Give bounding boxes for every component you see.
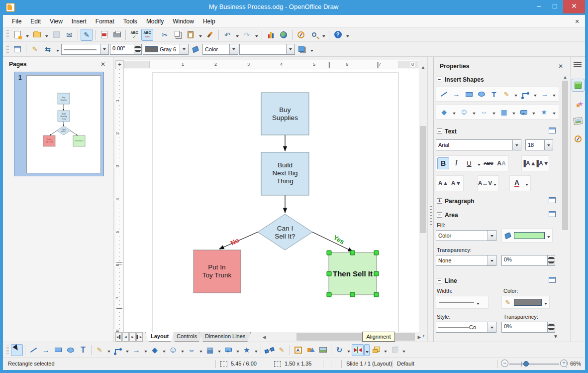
line-color-combo[interactable]: Gray 6	[143, 44, 189, 55]
font-color-button[interactable]: A	[511, 177, 523, 189]
width-down[interactable]	[134, 49, 141, 54]
area-dialog-launcher-icon[interactable]	[549, 211, 556, 217]
slide-status[interactable]: Slide 1 / 1 (Layout)	[346, 361, 392, 367]
lowercase-button[interactable]: A▼	[450, 177, 462, 189]
fill-color-button[interactable]	[503, 230, 513, 242]
menu-file[interactable]: File	[8, 16, 25, 27]
fontwork-button[interactable]: A	[292, 344, 304, 356]
transparency-spinner[interactable]: 0%	[501, 255, 555, 266]
area-fill-type-combo[interactable]: Color	[436, 230, 496, 241]
flowchart-button[interactable]: ▦	[204, 344, 216, 356]
scroll-right-icon[interactable]: ▶	[416, 333, 423, 341]
node-can-i-sell-it[interactable]: Can I Sell It?	[258, 214, 312, 250]
zoom-slider-thumb[interactable]	[523, 361, 529, 367]
block-arrows-dropdown[interactable]	[198, 344, 203, 356]
save-button[interactable]	[50, 29, 62, 41]
stars-button[interactable]: ★	[538, 106, 550, 118]
edge-label-yes[interactable]: Yes	[332, 234, 346, 246]
line-color-dropdown[interactable]	[543, 296, 548, 308]
vscroll-thumb[interactable]	[420, 126, 426, 233]
ellipse-tool-button[interactable]	[65, 344, 77, 356]
block-arrows-button[interactable]: ⇔	[478, 106, 490, 118]
properties-scrollbar[interactable]: ▲	[562, 74, 569, 338]
uppercase-button[interactable]: A▲	[437, 177, 449, 189]
line-width-spinner[interactable]: 0.00"	[110, 44, 142, 55]
vertical-ruler[interactable]: 1 2 3 4 5 6 7 8	[115, 69, 124, 332]
page-thumbnail[interactable]: 1 Buy Supplies Build Next Big	[14, 72, 104, 176]
symbol-shapes-dropdown[interactable]	[180, 344, 185, 356]
callouts-button[interactable]	[518, 106, 530, 118]
close-document-icon[interactable]: ✕	[573, 18, 581, 25]
tab-dimension-lines[interactable]: Dimension Lines	[199, 332, 251, 342]
text-dialog-launcher-icon[interactable]	[549, 127, 556, 133]
line-tool-button[interactable]	[438, 88, 449, 100]
section-area[interactable]: − Area	[434, 210, 561, 220]
canvas-vscrollbar[interactable]: ▲ ▼	[419, 64, 427, 340]
block-arrows-dropdown[interactable]	[491, 106, 497, 118]
sidebar-tab-gallery[interactable]: ★	[572, 99, 585, 112]
insert-chart-button[interactable]	[265, 29, 277, 41]
decrease-font-button[interactable]: ▐A▼	[536, 157, 548, 169]
callouts-dropdown[interactable]	[531, 106, 537, 118]
close-button[interactable]: ✕	[563, 0, 585, 13]
stars-dropdown[interactable]	[551, 106, 557, 118]
flowchart-dropdown[interactable]	[216, 344, 222, 356]
shadow-button[interactable]	[296, 43, 308, 55]
fill-type-combo[interactable]: Color	[202, 44, 238, 55]
lines-arrows-dropdown[interactable]	[552, 88, 557, 100]
flowchart-dropdown[interactable]	[511, 106, 517, 118]
char-spacing-dropdown[interactable]	[492, 177, 497, 189]
ruler-origin-button[interactable]: +	[115, 60, 124, 69]
font-color-dropdown[interactable]	[524, 177, 529, 189]
line-tool-button[interactable]	[27, 344, 39, 356]
char-spacing-button[interactable]: A↔V	[479, 177, 491, 189]
toolbar-overflow[interactable]	[309, 43, 314, 55]
rectangle-tool-button[interactable]	[463, 88, 474, 100]
hyperlink-button[interactable]	[278, 29, 290, 41]
zoom-slider[interactable]	[509, 364, 559, 365]
more-options-chevron-icon[interactable]: ▼	[553, 334, 558, 339]
menu-edit[interactable]: Edit	[26, 16, 45, 27]
rectangle-tool-button[interactable]	[52, 344, 64, 356]
tab-layout[interactable]: Layout	[145, 332, 174, 342]
section-text[interactable]: − Text	[434, 126, 561, 136]
line-dialog-launcher-icon[interactable]	[549, 277, 556, 283]
zoom-percentage[interactable]: 66%	[570, 361, 581, 367]
insert-picture-button[interactable]	[317, 344, 329, 356]
arrow-style-button[interactable]: ⇆	[42, 43, 54, 55]
symbol-shapes-dropdown[interactable]	[472, 106, 477, 118]
properties-close-icon[interactable]: ✕	[558, 63, 563, 70]
expand-icon[interactable]: +	[437, 198, 442, 204]
symbol-shapes-button[interactable]: ☺	[167, 344, 179, 356]
page-style[interactable]: Default	[397, 361, 414, 367]
rotate-dropdown[interactable]	[346, 344, 351, 356]
line-style-combo[interactable]	[61, 44, 109, 55]
toolbar-overflow[interactable]	[345, 29, 350, 41]
curve-dropdown[interactable]	[513, 88, 518, 100]
sidebar-menu-icon[interactable]	[574, 62, 582, 67]
menu-window[interactable]: Window	[169, 16, 198, 27]
basic-shapes-button[interactable]: ◆	[149, 344, 161, 356]
zoom-dropdown[interactable]	[321, 29, 326, 41]
fill-color-dropdown[interactable]	[546, 230, 551, 242]
stars-button[interactable]: ★	[241, 344, 253, 356]
sidebar-tab-images[interactable]	[572, 115, 585, 127]
underline-dropdown[interactable]	[476, 157, 482, 169]
stars-dropdown[interactable]	[253, 344, 259, 356]
char-shadow-button[interactable]: AA	[495, 157, 507, 169]
section-paragraph[interactable]: + Paragraph	[434, 196, 561, 206]
area-dialog-button[interactable]	[190, 43, 201, 55]
increase-font-button[interactable]: ▐A▲	[523, 157, 535, 169]
line-style-combo[interactable]: Co	[436, 322, 496, 333]
transparency-type-combo[interactable]: None	[436, 255, 496, 266]
edge-label-no[interactable]: No	[229, 236, 240, 247]
fill-color-combo[interactable]	[239, 44, 295, 55]
ellipse-tool-button[interactable]	[476, 88, 487, 100]
strikethrough-button[interactable]: ABC	[483, 157, 494, 169]
scroll-up-icon[interactable]: ▲	[420, 64, 426, 71]
connector-tool-button[interactable]	[520, 88, 531, 100]
paste-dropdown[interactable]	[197, 29, 203, 41]
line-dialog-button[interactable]: ✎	[29, 43, 41, 55]
lines-arrows-dropdown[interactable]	[143, 344, 148, 356]
toolbar-grip[interactable]	[6, 346, 9, 355]
